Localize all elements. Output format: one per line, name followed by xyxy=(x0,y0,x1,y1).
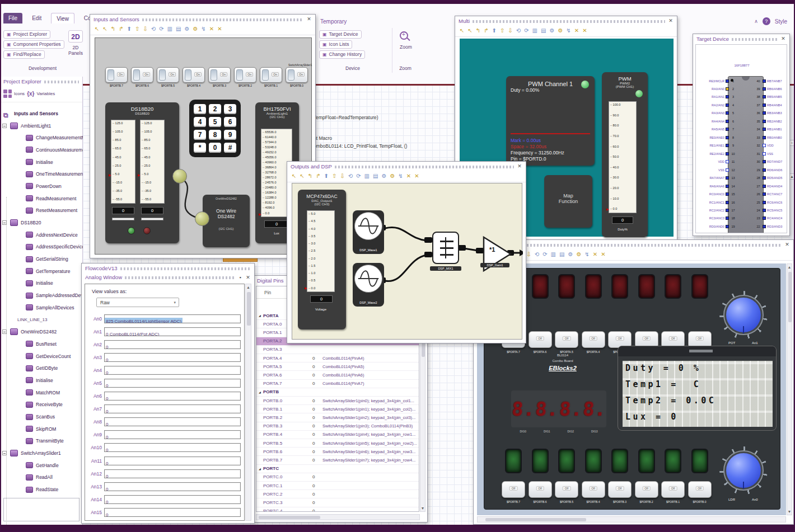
analog-input[interactable]: 0 xyxy=(104,392,241,401)
dsp-wave1-component[interactable]: DSP_Wave1 xyxy=(353,210,384,254)
pin-square[interactable] xyxy=(726,185,729,188)
pin-row[interactable]: RA4/AN4 6 35 RB2/ANB2 xyxy=(701,119,787,123)
pin-row[interactable]: RE3/MCLR 1 40 RB7/ANB7 xyxy=(701,79,787,83)
ribbon-tab[interactable]: Edit xyxy=(27,13,46,23)
pin-square[interactable] xyxy=(763,120,766,123)
switch[interactable]: On xyxy=(208,67,231,83)
tree-item[interactable]: ScanBus xyxy=(0,411,83,423)
pin-row[interactable]: PORTA.4 0 ComboBL0114(PinA4) xyxy=(256,354,419,362)
keypad-key[interactable]: 9 xyxy=(224,130,236,140)
horizontal-scrollbar[interactable] xyxy=(477,516,786,522)
tree-item[interactable]: ReceiveByte xyxy=(0,399,83,411)
toolbar-icon[interactable]: ✕ xyxy=(593,252,597,257)
switch-handle[interactable] xyxy=(159,69,166,81)
voltage-scale[interactable]: 5.04.54.03.53.02.52.01.51.00.50.0 xyxy=(307,210,335,292)
pin-row[interactable]: PORTC.0 0 xyxy=(256,473,419,482)
tree-item[interactable]: ContinuousMeasurement xyxy=(0,144,83,156)
keypad-key[interactable]: 3 xyxy=(224,104,236,114)
keypad-key[interactable]: 4 xyxy=(194,117,206,127)
tree-item[interactable]: SampleAllDevices xyxy=(0,302,83,314)
analog-input[interactable]: 0 xyxy=(104,495,241,504)
pin-row[interactable]: PORTB.4 0 SwitchArraySlider1(pin4); keyp… xyxy=(256,431,419,439)
keypad-key[interactable]: 8 xyxy=(209,130,221,140)
toolbar-icon[interactable]: ⚙ xyxy=(558,28,563,34)
pin-row[interactable]: RC0/ANC0 15 26 RC7/ANC7 xyxy=(701,192,787,196)
pin-square[interactable] xyxy=(726,225,729,228)
expander-icon[interactable] xyxy=(256,390,263,394)
collapse-ribbon-icon[interactable]: ∧ xyxy=(754,18,758,24)
pin-square[interactable] xyxy=(763,201,766,204)
toolbar-icon[interactable]: ↱ xyxy=(316,173,320,179)
toolbar-icon[interactable]: ↯ xyxy=(584,252,589,257)
pin-square[interactable] xyxy=(763,160,766,163)
analog-input[interactable]: 0 xyxy=(104,443,241,452)
pin-square[interactable] xyxy=(763,128,766,131)
pin-row[interactable]: PORTB.1 0 SwitchArraySlider1(pin1); keyp… xyxy=(256,405,419,413)
board-button[interactable]: Off xyxy=(582,481,605,498)
toolbar-icon[interactable]: ⚙ xyxy=(568,252,573,257)
toolbar-icon[interactable]: ↯ xyxy=(566,28,570,34)
expander-icon[interactable] xyxy=(2,451,7,455)
pin-square[interactable] xyxy=(726,79,729,83)
close-icon[interactable]: ✕ xyxy=(784,242,790,247)
pin-square[interactable] xyxy=(763,176,766,180)
toolbar-icon[interactable]: ⟲ xyxy=(151,26,156,32)
pin-row[interactable]: PORTC.4 0 xyxy=(256,507,419,512)
toolbar-icon[interactable]: ⟳ xyxy=(543,252,547,257)
onewire-ds2482-component[interactable]: OneWireDS2482 One Wire DS2482 (I2C CH1) xyxy=(203,195,250,247)
analog-input[interactable]: 0 xyxy=(104,417,241,426)
pot-knob[interactable] xyxy=(719,291,768,339)
pin-row[interactable]: RA0/AN0 2 39 RB6/ANB6 xyxy=(701,87,787,91)
pin-row[interactable]: PORTA.3 xyxy=(256,346,419,354)
icons-tab[interactable]: Icons xyxy=(14,91,25,96)
toolbar-icon[interactable]: ↯ xyxy=(201,26,205,32)
toolbar-icon[interactable]: ✕ xyxy=(406,173,411,179)
zoom-group[interactable]: Zoom xyxy=(400,31,412,50)
pin-row[interactable]: PORTB.0 0 SwitchArraySlider1(pin0); keyp… xyxy=(256,397,419,405)
toolbar-icon[interactable]: ✕ xyxy=(574,28,579,34)
dsp-wave2-component[interactable]: DSP_Wave2 xyxy=(353,263,384,307)
keypad-key[interactable]: 6 xyxy=(224,117,236,127)
close-icon[interactable]: ✕ xyxy=(245,275,251,280)
toolbar-icon[interactable]: ✕ xyxy=(601,252,605,257)
toolbar-icon[interactable]: ⚙ xyxy=(184,26,189,32)
one-wire-connector[interactable] xyxy=(172,169,187,183)
vertical-scrollbar[interactable]: ▲ xyxy=(245,284,251,521)
tree-item[interactable]: ReadAll xyxy=(0,472,83,484)
pin-row[interactable]: PORTB.2 0 SwitchArraySlider1(pin2); keyp… xyxy=(256,413,419,422)
expander-icon[interactable] xyxy=(2,220,7,225)
tree-item[interactable]: TransmitByte xyxy=(0,435,83,448)
pin-square[interactable] xyxy=(726,192,729,196)
ribbon-toggle[interactable]: Find/Replace xyxy=(3,50,45,59)
toolbar-icon[interactable]: ↰ xyxy=(111,26,115,32)
pin-icon[interactable]: ▪ xyxy=(238,275,242,280)
pin-square[interactable] xyxy=(763,95,766,98)
toolbar-icon[interactable]: ↖ xyxy=(467,28,472,34)
toolbar-icon[interactable]: ⟳ xyxy=(356,173,361,179)
pin-square[interactable] xyxy=(726,111,729,115)
pin-row[interactable]: RE0/ANE0 8 33 RB0/ANB0 xyxy=(701,135,787,139)
pin-row[interactable]: RA7/ANA7 13 28 RD5/AND5 xyxy=(701,176,787,180)
vertical-scrollbar[interactable]: ▲ ▼ xyxy=(787,263,792,515)
pin-row[interactable]: RE1/ANE1 9 32 VDD xyxy=(701,144,787,148)
eblocks-board[interactable]: Off $PORTA.7 Off $PORTA.6 Off $PORTA.5 O… xyxy=(484,268,780,510)
pin-row[interactable]: PORTB.3 0 SwitchArraySlider1(pin3); Comb… xyxy=(256,422,419,431)
toolbar-icon[interactable]: ⇩ xyxy=(508,28,512,34)
toolbar-icon[interactable]: ⚙ xyxy=(193,26,198,32)
pin-row[interactable]: RA1/AN1 3 38 RB5/ANB5 xyxy=(701,95,787,99)
tree-item[interactable]: Initialise xyxy=(0,374,83,387)
help-icon[interactable]: ? xyxy=(763,17,770,25)
pin-square[interactable] xyxy=(726,103,729,107)
style-menu[interactable]: Style xyxy=(775,18,787,25)
expander-icon[interactable] xyxy=(256,314,263,317)
tree-item[interactable]: SkipROM xyxy=(0,423,83,435)
pin-row[interactable]: RC3/ANC3 18 23 RC4/ANC4 xyxy=(701,216,787,220)
pin-square[interactable] xyxy=(763,209,766,212)
pin-square[interactable] xyxy=(726,216,729,220)
pin-square[interactable] xyxy=(763,192,766,196)
toolbar-icon[interactable]: ↖ xyxy=(292,173,296,179)
toolbar-icon[interactable]: ⬆ xyxy=(492,28,497,34)
board-button[interactable]: Off xyxy=(502,481,525,498)
zoom-icon[interactable] xyxy=(400,31,408,40)
tree-item[interactable]: Initialise xyxy=(0,277,83,290)
